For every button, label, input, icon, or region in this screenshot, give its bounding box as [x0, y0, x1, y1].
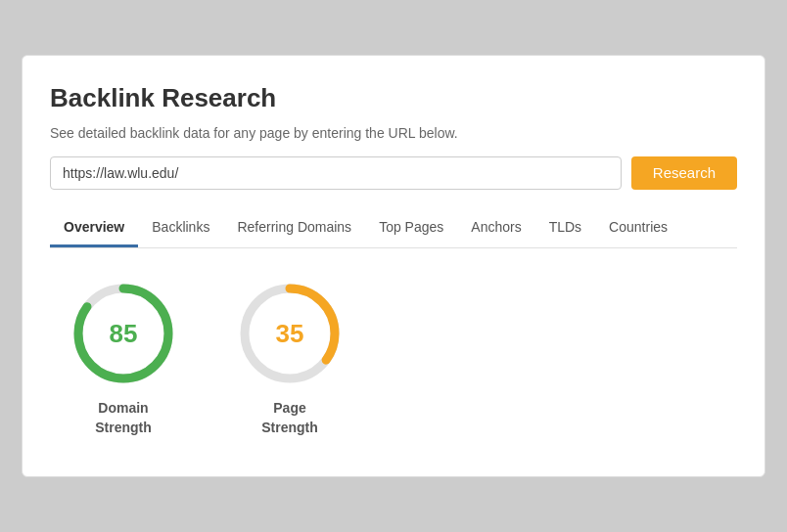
- page-strength-metric: 35 Page Strength: [236, 280, 344, 437]
- domain-strength-label: Domain Strength: [95, 399, 152, 437]
- tabs-nav: Overview Backlinks Referring Domains Top…: [50, 209, 737, 248]
- metrics-row: 85 Domain Strength 35 Page Strength: [50, 280, 737, 437]
- tab-tlds[interactable]: TLDs: [535, 209, 595, 247]
- domain-strength-circle: 85: [69, 280, 177, 387]
- page-title: Backlink Research: [50, 83, 737, 113]
- page-strength-label: Page Strength: [261, 399, 318, 437]
- tab-backlinks[interactable]: Backlinks: [138, 209, 223, 247]
- tab-top-pages[interactable]: Top Pages: [365, 209, 457, 247]
- tab-overview[interactable]: Overview: [50, 209, 138, 247]
- subtitle: See detailed backlink data for any page …: [50, 125, 737, 141]
- domain-strength-value: 85: [110, 318, 138, 348]
- page-strength-circle: 35: [236, 280, 344, 387]
- search-row: Research: [50, 156, 737, 190]
- research-button[interactable]: Research: [631, 156, 737, 190]
- page-strength-value: 35: [276, 318, 304, 348]
- tab-referring-domains[interactable]: Referring Domains: [223, 209, 365, 247]
- main-card: Backlink Research See detailed backlink …: [22, 55, 765, 477]
- tab-anchors[interactable]: Anchors: [457, 209, 534, 247]
- url-input[interactable]: [50, 156, 622, 190]
- domain-strength-metric: 85 Domain Strength: [69, 280, 177, 437]
- tab-countries[interactable]: Countries: [595, 209, 681, 247]
